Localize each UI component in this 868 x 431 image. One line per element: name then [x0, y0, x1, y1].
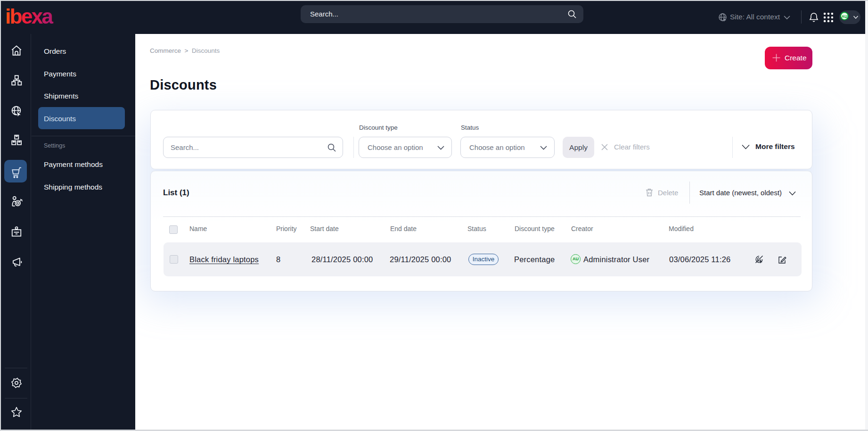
svg-text:ibexa: ibexa: [5, 5, 53, 27]
